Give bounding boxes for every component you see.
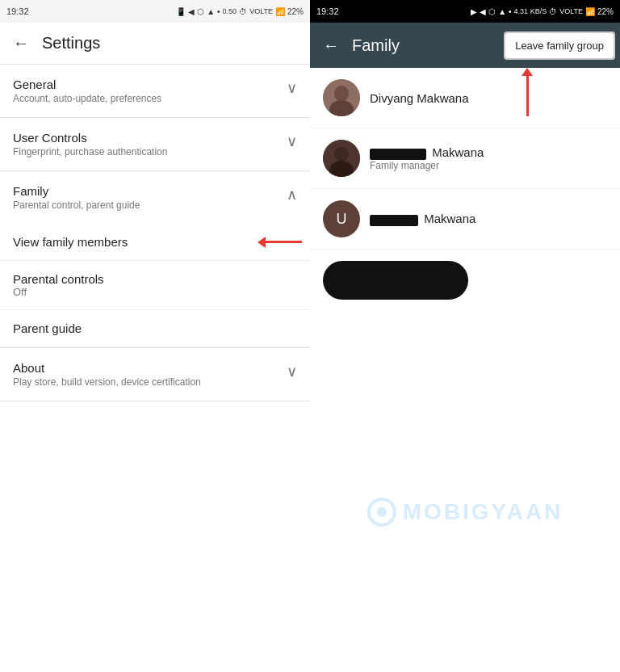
up-arrow-annotation (522, 68, 533, 116)
left-arrow-line (266, 241, 302, 243)
member-4-redacted-block (323, 261, 468, 300)
member-3-avatar: U (323, 200, 360, 237)
right-time: 19:32 (316, 6, 339, 16)
parental-controls-value: Off (13, 286, 104, 298)
parent-guide-item[interactable]: Parent guide (0, 310, 310, 347)
member-1-avatar (323, 79, 360, 116)
settings-panel: ← Settings General Account, auto-update,… (0, 23, 310, 672)
settings-list: General Account, auto-update, preference… (0, 65, 310, 672)
member-2-name-suffix: Makwana (432, 145, 484, 159)
left-status-icons: 📱◀⬡▲• 0.50 ⏱VOLTE 📶22% (176, 7, 304, 16)
member-2-name: Makwana (370, 145, 607, 159)
family-title-label: Family (13, 184, 287, 198)
svg-point-1 (334, 86, 349, 102)
member-3-avatar-letter: U (337, 211, 347, 228)
family-back-button[interactable]: ← (310, 36, 352, 55)
member-3-name: Makwana (370, 212, 607, 225)
settings-title: Settings (42, 34, 100, 52)
settings-item-general[interactable]: General Account, auto-update, preference… (0, 65, 310, 117)
member-1-info: Divyang Makwana (370, 91, 607, 105)
about-title: About (13, 361, 287, 375)
right-status-icons: ▶◀⬡▲• 4.31 KB/S ⏱VOLTE 📶 22% (471, 7, 614, 16)
user-controls-chevron: ∨ (287, 132, 297, 150)
family-member-4 (310, 250, 620, 311)
member-3-name-suffix: Makwana (424, 212, 475, 225)
right-status-bar: 19:32 ▶◀⬡▲• 4.31 KB/S ⏱VOLTE 📶 22% (310, 0, 620, 23)
settings-item-family[interactable]: Family Parental control, parent guide ∧ (0, 171, 310, 224)
leave-family-group-button[interactable]: Leave family group (505, 33, 614, 58)
settings-section-user-controls: User Controls Fingerprint, purchase auth… (0, 118, 310, 171)
member-2-avatar (323, 140, 360, 177)
family-member-2: Makwana Family manager (310, 128, 620, 189)
member-3-name-redacted (370, 215, 418, 226)
user-controls-title: User Controls (13, 131, 287, 145)
member-1-name: Divyang Makwana (370, 91, 607, 105)
member-2-role: Family manager (370, 160, 607, 171)
left-arrow-head (258, 237, 266, 248)
general-title: General (13, 78, 287, 91)
parental-controls-label: Parental controls (13, 272, 104, 286)
view-family-members-label: View family members (13, 235, 128, 249)
family-members-list: Divyang Makwana Makwana (310, 68, 620, 672)
view-family-members-item[interactable]: View family members (0, 224, 310, 261)
settings-back-button[interactable]: ← (13, 34, 29, 52)
parental-controls-item[interactable]: Parental controls Off (0, 261, 310, 310)
family-subtitle: Parental control, parent guide (13, 200, 287, 211)
settings-header: ← Settings (0, 23, 310, 65)
general-chevron: ∨ (287, 79, 297, 97)
family-panel-title: Family (352, 36, 505, 55)
settings-section-about: About Play store, build version, device … (0, 348, 310, 401)
user-controls-subtitle: Fingerprint, purchase authentication (13, 146, 287, 158)
family-member-1: Divyang Makwana (310, 68, 620, 128)
svg-point-4 (334, 147, 349, 162)
about-chevron: ∨ (287, 363, 297, 380)
settings-section-family: Family Parental control, parent guide ∧ … (0, 171, 310, 348)
up-arrow-head (522, 68, 533, 76)
settings-item-about[interactable]: About Play store, build version, device … (0, 348, 310, 401)
general-subtitle: Account, auto-update, preferences (13, 93, 287, 104)
about-subtitle: Play store, build version, device certif… (13, 376, 287, 388)
family-member-3: U Makwana (310, 189, 620, 250)
parent-guide-label: Parent guide (13, 321, 82, 335)
member-3-info: Makwana (370, 212, 607, 225)
family-header: ← Family Leave family group (310, 23, 620, 68)
settings-section-general: General Account, auto-update, preference… (0, 65, 310, 118)
family-panel: ← Family Leave family group (310, 23, 620, 672)
left-time: 19:32 (6, 6, 29, 16)
settings-item-user-controls[interactable]: User Controls Fingerprint, purchase auth… (0, 118, 310, 170)
member-2-info: Makwana Family manager (370, 145, 607, 170)
left-status-bar: 19:32 📱◀⬡▲• 0.50 ⏱VOLTE 📶22% (0, 0, 310, 23)
up-arrow-line (526, 76, 529, 116)
member-2-name-redacted (370, 149, 426, 160)
family-chevron: ∧ (287, 186, 297, 204)
